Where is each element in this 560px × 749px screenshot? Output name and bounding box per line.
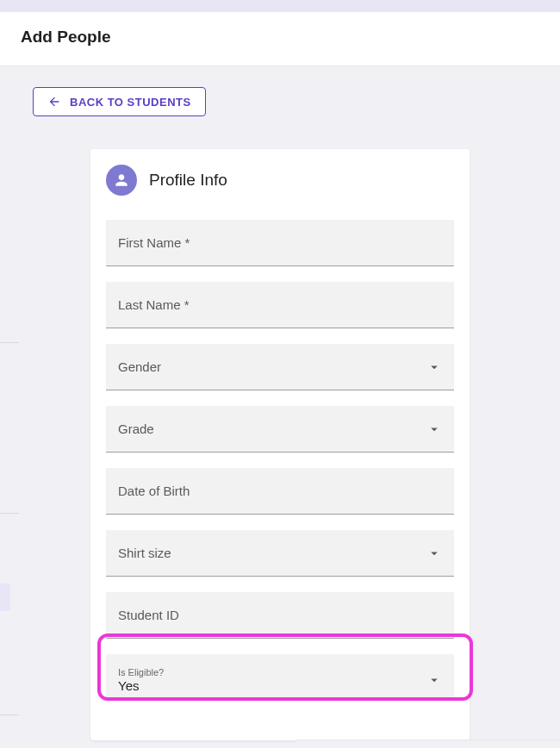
edge-tab [0,584,10,611]
edge-divider [0,513,19,514]
gender-select[interactable]: Gender [106,344,454,390]
back-button-label: BACK TO STUDENTS [70,96,191,109]
grade-label: Grade [118,421,154,436]
is-eligible-value: Yes [118,678,164,693]
back-to-students-button[interactable]: BACK TO STUDENTS [33,87,206,116]
last-name-label: Last Name * [118,297,190,312]
gender-label: Gender [118,359,161,374]
student-id-label: Student ID [118,608,179,622]
person-icon [113,172,130,189]
edge-divider [0,715,19,715]
arrow-left-icon [47,95,61,109]
shirt-size-select[interactable]: Shirt size [106,530,454,577]
card-title: Profile Info [149,171,227,190]
dob-field[interactable]: Date of Birth [106,468,454,515]
profile-avatar [106,165,137,196]
header-bar: Add People [0,12,560,66]
last-name-field[interactable]: Last Name * [106,282,454,328]
page-body: BACK TO STUDENTS Profile Info First Name… [0,66,560,748]
card-header: Profile Info [106,165,454,196]
first-name-field[interactable]: First Name * [106,220,454,266]
grade-select[interactable]: Grade [106,406,454,453]
student-id-field[interactable]: Student ID [106,592,454,639]
chevron-down-icon [426,546,442,561]
shirt-size-label: Shirt size [118,546,171,560]
first-name-label: First Name * [118,235,190,250]
dob-label: Date of Birth [118,484,190,498]
page-title: Add People [21,28,539,47]
edge-divider [0,342,19,343]
is-eligible-label: Is Eligible? [118,667,164,677]
chevron-down-icon [426,672,442,688]
is-eligible-select[interactable]: Is Eligible? Yes [106,654,454,701]
chevron-down-icon [426,359,442,375]
bottom-edge [297,740,560,748]
top-strip [0,0,560,12]
chevron-down-icon [426,421,442,437]
profile-card: Profile Info First Name * Last Name * Ge… [90,149,470,740]
